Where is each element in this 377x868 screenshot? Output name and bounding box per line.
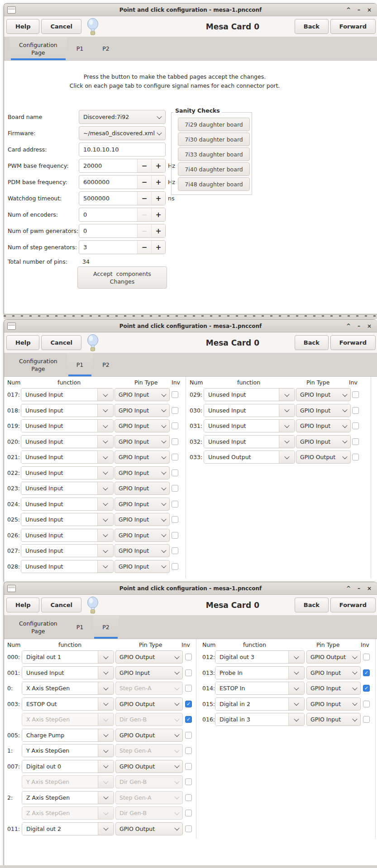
back-button[interactable]: Back [295, 19, 329, 34]
combo-box[interactable]: Discovered:7i92 [79, 110, 166, 124]
invert-checkbox[interactable] [185, 669, 192, 676]
sanity-check-button[interactable]: 7i48 daughter board [178, 177, 250, 191]
pintype-select[interactable]: GPIO Input [115, 435, 170, 448]
invert-checkbox[interactable] [172, 470, 178, 476]
tab-p2[interactable]: P2 [93, 616, 119, 639]
dropdown-button[interactable] [97, 482, 113, 494]
function-select[interactable]: ESTOP In [215, 682, 305, 695]
dropdown-button[interactable] [279, 420, 295, 432]
cancel-button[interactable]: Cancel [41, 335, 81, 350]
invert-checkbox[interactable] [172, 501, 178, 508]
dropdown-button[interactable] [279, 404, 295, 417]
dropdown-button[interactable] [98, 776, 114, 788]
invert-checkbox[interactable] [185, 732, 192, 739]
pintype-select[interactable]: GPIO Input [115, 666, 183, 679]
pintype-select[interactable]: Step Gen-A [115, 682, 183, 695]
function-select[interactable]: Unused Input [204, 404, 295, 417]
pintype-select[interactable]: GPIO Output [115, 650, 183, 664]
decrement-button[interactable]: − [137, 159, 151, 172]
function-select[interactable]: Unused Input [21, 482, 114, 495]
function-select[interactable]: Unused Input [21, 560, 114, 573]
tab-configuration-page[interactable]: Configuration Page [10, 37, 67, 60]
invert-checkbox[interactable] [172, 485, 178, 492]
invert-checkbox[interactable] [172, 547, 178, 554]
function-select[interactable]: Unused Input [21, 451, 114, 464]
increment-button[interactable]: + [151, 175, 165, 189]
increment-button[interactable]: + [151, 241, 165, 254]
pintype-select[interactable]: GPIO Input [115, 451, 170, 464]
function-select[interactable]: Z Axis StepGen [22, 806, 114, 820]
increment-button[interactable]: + [151, 208, 165, 221]
function-select[interactable]: Y Axis StepGen [22, 744, 114, 757]
function-select[interactable]: Unused Input [21, 388, 114, 401]
titlebar[interactable]: Point and click configuration - mesa-1.p… [4, 4, 377, 16]
function-select[interactable]: ESTOP Out [22, 697, 114, 711]
dropdown-button[interactable] [288, 682, 304, 694]
pintype-select[interactable]: GPIO Input [296, 388, 351, 401]
invert-checkbox[interactable] [185, 810, 192, 816]
spin-value[interactable]: 6000000 [79, 175, 137, 189]
pintype-select[interactable]: GPIO Input [306, 713, 361, 726]
cancel-button[interactable]: Cancel [41, 598, 81, 612]
help-button[interactable]: Help [6, 335, 39, 350]
function-select[interactable]: Z Axis StepGen [22, 791, 114, 804]
invert-checkbox[interactable] [185, 685, 192, 692]
invert-checkbox[interactable] [185, 654, 192, 660]
dropdown-button[interactable] [288, 698, 304, 710]
pintype-select[interactable]: GPIO Input [306, 666, 361, 679]
pintype-select[interactable]: GPIO Input [115, 388, 170, 401]
dropdown-button[interactable] [98, 760, 114, 773]
invert-checkbox[interactable] [172, 438, 178, 445]
spin-value[interactable]: 20000 [79, 159, 137, 172]
invert-checkbox[interactable] [185, 794, 192, 801]
spin-value[interactable]: 5000000 [79, 192, 137, 205]
help-button[interactable]: Help [6, 19, 39, 34]
invert-checkbox[interactable] [172, 422, 178, 429]
dropdown-button[interactable] [97, 467, 113, 479]
text-input[interactable]: 10.10.10.10 [79, 142, 166, 157]
tab-p1[interactable]: P1 [67, 37, 93, 60]
function-select[interactable]: Digital out 0 [22, 760, 114, 773]
dropdown-button[interactable] [279, 436, 295, 448]
dropdown-button[interactable] [279, 389, 295, 401]
tab-p1[interactable]: P1 [67, 353, 93, 376]
pintype-select[interactable]: GPIO Input [115, 529, 170, 542]
function-select[interactable]: Unused Input [204, 388, 295, 401]
combo-box[interactable]: ~/mesa0_discovered.xml [79, 126, 166, 140]
dropdown-button[interactable] [98, 682, 114, 694]
function-select[interactable]: Unused Output [204, 451, 295, 464]
pintype-select[interactable]: GPIO Input [115, 404, 170, 417]
invert-checkbox[interactable] [172, 454, 178, 460]
pintype-select[interactable]: GPIO Input [306, 682, 361, 695]
invert-checkbox[interactable] [185, 825, 192, 832]
dropdown-button[interactable] [288, 713, 304, 726]
close-icon[interactable]: × [367, 7, 372, 13]
pintype-select[interactable]: Dir Gen-B [115, 775, 183, 788]
dropdown-button[interactable] [98, 667, 114, 679]
tab-p2[interactable]: P2 [93, 353, 119, 376]
pintype-select[interactable]: GPIO Output [115, 697, 183, 711]
function-select[interactable]: Y Axis StepGen [22, 775, 114, 788]
function-select[interactable]: Unused Input [21, 498, 114, 511]
function-select[interactable]: Digital out 1 [22, 650, 114, 664]
cancel-button[interactable]: Cancel [41, 19, 81, 34]
invert-checkbox[interactable] [352, 407, 359, 414]
tab-p1[interactable]: P1 [67, 616, 93, 639]
invert-checkbox[interactable] [185, 778, 192, 785]
dropdown-button[interactable] [97, 420, 113, 432]
function-select[interactable]: Digital in 2 [215, 697, 305, 711]
function-select[interactable]: Unused Input [21, 466, 114, 479]
increment-button[interactable]: + [151, 192, 165, 205]
invert-checkbox[interactable] [352, 391, 359, 398]
dropdown-button[interactable] [97, 529, 113, 541]
pintype-select[interactable]: GPIO Input [115, 513, 170, 526]
pintype-select[interactable]: GPIO Output [306, 650, 361, 664]
pintype-select[interactable]: Step Gen-A [115, 791, 183, 804]
decrement-button[interactable]: − [137, 208, 151, 221]
dropdown-button[interactable] [288, 667, 304, 679]
forward-button[interactable]: Forward [330, 335, 376, 350]
dropdown-button[interactable] [98, 729, 114, 741]
invert-checkbox[interactable] [185, 763, 192, 770]
back-button[interactable]: Back [295, 598, 329, 612]
dropdown-button[interactable] [98, 713, 114, 726]
